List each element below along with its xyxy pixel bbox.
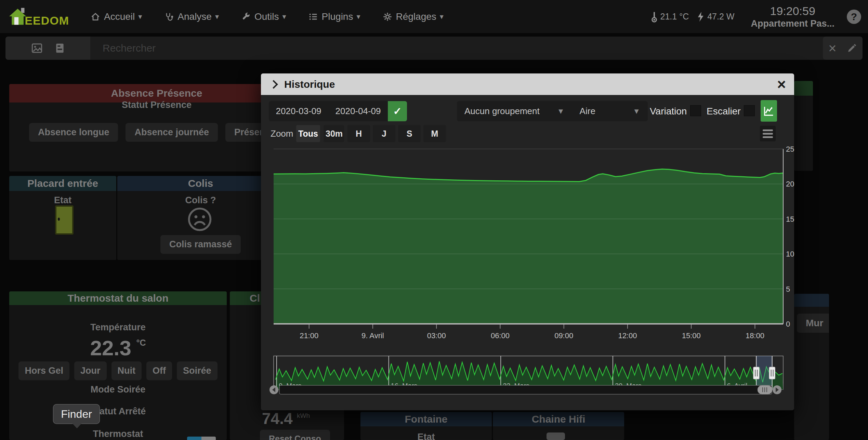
jeedom-screen: EEDOM Accueil ▾ Analyse ▾ Outils ▾ Plugi… <box>0 0 868 440</box>
chevron-down-icon: ▾ <box>138 12 142 21</box>
navigator-handle-left[interactable] <box>753 367 759 379</box>
home-icon <box>90 12 101 22</box>
wrench-icon <box>241 12 251 22</box>
clock: 19:20:59 <box>751 4 834 18</box>
svg-text:10: 10 <box>786 250 794 258</box>
chart-scrollbar <box>269 385 781 394</box>
svg-text:18:00: 18:00 <box>746 331 764 340</box>
power-indicator: 47.2 W <box>696 11 734 22</box>
svg-text:21:00: 21:00 <box>300 331 318 340</box>
navigator-handle-right[interactable] <box>769 367 775 379</box>
jeedom-logo[interactable]: EEDOM <box>8 4 69 29</box>
gear-icon <box>382 12 393 22</box>
menu-item-analyse[interactable]: Analyse ▾ <box>164 11 219 22</box>
chevron-down-icon: ▾ <box>440 12 444 21</box>
x-axis-line <box>274 323 783 325</box>
history-chart: 21:009. Avril03:0006:0009:0012:0015:0018… <box>261 73 794 410</box>
chevron-down-icon: ▾ <box>282 12 286 21</box>
menu-item-outils[interactable]: Outils ▾ <box>241 11 286 22</box>
temperature-value: 21.1 °C <box>660 12 689 22</box>
scrollbar-track[interactable] <box>279 385 772 394</box>
svg-text:09:00: 09:00 <box>554 331 573 340</box>
chevron-down-icon: ▾ <box>215 12 219 21</box>
menu-item-label: Accueil <box>104 11 135 22</box>
svg-text:12:00: 12:00 <box>618 331 637 340</box>
menu-item-reglages[interactable]: Réglages ▾ <box>382 11 444 22</box>
menu-item-accueil[interactable]: Accueil ▾ <box>90 11 142 22</box>
y-axis-line <box>783 149 784 324</box>
top-navbar: EEDOM Accueil ▾ Analyse ▾ Outils ▾ Plugi… <box>0 0 868 33</box>
thermometer-icon <box>651 11 658 23</box>
scrollbar-thumb[interactable] <box>758 385 772 394</box>
svg-text:03:00: 03:00 <box>427 331 446 340</box>
svg-text:20: 20 <box>786 180 794 188</box>
menu-item-label: Réglages <box>396 11 436 22</box>
navbar-right: 21.1 °C 47.2 W 19:20:59 Appartement Pas.… <box>651 4 861 29</box>
profile-name[interactable]: Appartement Pas... <box>751 18 834 29</box>
logo-text: EEDOM <box>25 14 69 27</box>
x-axis-labels: 21:009. Avril03:0006:0009:0012:0015:0018… <box>300 325 764 340</box>
menu-item-label: Plugins <box>322 11 353 22</box>
list-icon <box>308 12 318 22</box>
main-series <box>274 149 784 325</box>
scrollbar-left-arrow[interactable] <box>269 385 278 394</box>
help-icon[interactable]: ? <box>847 10 861 24</box>
power-value: 47.2 W <box>707 12 734 22</box>
stethoscope-icon <box>164 12 174 22</box>
svg-text:06:00: 06:00 <box>491 331 510 340</box>
menu-item-plugins[interactable]: Plugins ▾ <box>308 11 360 22</box>
menu-item-label: Analyse <box>177 11 212 22</box>
temperature-indicator: 21.1 °C <box>651 11 689 23</box>
navigator: 9. Mars16. Mars23. Mars30. Mars6. Avril <box>274 356 783 389</box>
main-menu: Accueil ▾ Analyse ▾ Outils ▾ Plugins ▾ R… <box>90 11 444 22</box>
svg-text:15:00: 15:00 <box>682 331 701 340</box>
finder-tooltip: Finder <box>53 404 100 424</box>
svg-text:0: 0 <box>786 320 790 328</box>
svg-text:25: 25 <box>786 145 794 153</box>
menu-item-label: Outils <box>254 11 279 22</box>
y-axis-labels: 0510152025 <box>786 145 794 328</box>
bolt-icon <box>696 11 705 22</box>
scrollbar-right-arrow[interactable] <box>773 385 781 394</box>
chevron-down-icon: ▾ <box>356 12 360 21</box>
svg-text:5: 5 <box>786 285 790 293</box>
svg-text:15: 15 <box>786 215 794 223</box>
clock-box: 19:20:59 Appartement Pas... <box>751 4 834 29</box>
svg-text:9. Avril: 9. Avril <box>361 331 384 340</box>
historique-modal: Historique × ✓ Aucun groupement ▼ Aire ▼… <box>261 73 794 410</box>
